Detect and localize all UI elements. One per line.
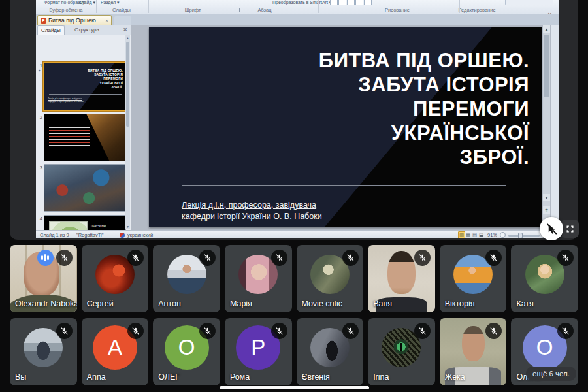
- mic-off-icon: [418, 327, 427, 335]
- ribbon-group-divider: [318, 0, 319, 13]
- participant-tile-сергей[interactable]: Сергей: [82, 245, 149, 312]
- subtitle-line2-underlined: кафедри історії України: [182, 212, 271, 221]
- participant-tile-movie-critic[interactable]: Movie critic: [297, 245, 364, 312]
- scroll-down-icon: ▼: [543, 194, 550, 201]
- section-button: Раздел ▾: [101, 0, 120, 5]
- participant-name: Антон: [158, 299, 181, 308]
- powerpoint-window: Формат по образцу слайд ▾ Раздел ▾ Преоб…: [36, 0, 559, 238]
- zoom-level: 91%: [487, 232, 497, 238]
- subtitle-line2-rest: О. В. Набоки: [271, 212, 322, 221]
- document-tab-bar: P Битва під Оршею ×: [36, 14, 559, 25]
- participant-name: Рома: [230, 372, 250, 382]
- mic-off-icon: [60, 253, 69, 262]
- participant-tile-olexandr-naboka[interactable]: Olexandr Naboka: [10, 245, 77, 312]
- mic-muted-badge: [342, 323, 359, 339]
- transition-star-icon: ✦: [38, 69, 41, 73]
- language-icon: [120, 233, 125, 238]
- pane-scroll-up-icon: ▲: [125, 36, 130, 40]
- participant-tile-катя[interactable]: Катя: [511, 245, 578, 312]
- mic-muted-badge: [271, 323, 287, 339]
- mic-off-icon: [489, 253, 498, 262]
- editing-group-button: [505, 0, 553, 5]
- participant-tile-вікторія[interactable]: Вікторія: [440, 245, 507, 312]
- ribbon-group-label-5: Редактирование: [458, 7, 495, 13]
- participant-name: Жека: [445, 372, 465, 382]
- slide-divider-line: [182, 185, 506, 186]
- slides-pane-tabs: Слайды Структура ✕: [36, 25, 131, 35]
- participant-tile-євгенія[interactable]: Євгенія: [297, 318, 364, 385]
- zoom-slider-thumb: [518, 233, 523, 238]
- avatar-letter: O: [536, 335, 553, 360]
- shape-gallery-item: [355, 0, 363, 5]
- ribbon-group-label-1: Слайды: [112, 7, 131, 13]
- mic-muted-badge: [342, 250, 359, 266]
- mic-muted-badge: [127, 250, 144, 266]
- slide-title-line: ЗБРОЇ.: [209, 145, 529, 169]
- status-bar: Слайд 1 из 9 "RegattavTi" украинский ▥ ▦…: [36, 230, 559, 238]
- participant-tile-олена[interactable]: OОленаещё 6 чел.: [511, 318, 578, 385]
- participant-tile-рома[interactable]: PРома: [225, 318, 292, 385]
- participant-name: Ваня: [373, 299, 392, 308]
- pane-scroll-down-icon: ▼: [125, 225, 130, 229]
- powerpoint-file-icon: P: [41, 18, 46, 24]
- dialog-launcher-icon: [455, 8, 459, 12]
- participant-tile-марія[interactable]: Марія: [225, 245, 292, 312]
- shape-gallery-item: [338, 0, 346, 5]
- shape-gallery-item: [330, 0, 338, 5]
- battle-painting: [44, 165, 125, 211]
- tab-slides: Слайды: [37, 25, 65, 35]
- normal-view-icon: ▥: [458, 231, 465, 238]
- participant-name: ОЛЕГ: [158, 372, 180, 382]
- mic-muted-badge: [199, 250, 216, 266]
- tab-outline: Структура: [71, 25, 103, 34]
- status-theme-name: "RegattavTi": [76, 232, 103, 238]
- mic-off-icon: [60, 327, 69, 335]
- audio-activity-indicator: [37, 250, 54, 266]
- status-language: украинский: [127, 232, 153, 238]
- avatar-letter: P: [251, 335, 265, 360]
- ribbon-group-label-0: Буфер обмена: [50, 7, 83, 13]
- document-tab: P Битва під Оршею ×: [37, 15, 112, 25]
- mic-muted-badge: [414, 250, 431, 266]
- mic-muted-badge: [56, 250, 73, 266]
- participant-tile-антон[interactable]: Антон: [153, 245, 220, 312]
- status-slide-info: Слайд 1 из 9: [40, 232, 69, 238]
- thumbnail-number: 1: [37, 63, 42, 69]
- fullscreen-icon: [566, 225, 574, 233]
- participant-tile-жека[interactable]: Жека: [440, 318, 507, 385]
- more-people-badge: ещё 6 чел.: [526, 367, 576, 381]
- fullscreen-button[interactable]: [561, 220, 579, 238]
- slide-title-line: УКРАЇНСЬКОЇ: [209, 121, 529, 145]
- mic-off-icon: [561, 253, 570, 262]
- mic-muted-badge: [127, 323, 144, 339]
- participant-name: Вікторія: [445, 299, 475, 308]
- participant-name: Євгенія: [302, 372, 330, 382]
- slide-subtitle: Лекція д.і.н, професора, завідувача кафе…: [182, 200, 322, 222]
- participant-tile-anna[interactable]: AAnna: [82, 318, 149, 385]
- thumbnail-number: 3: [37, 165, 42, 171]
- dialog-launcher-icon: [314, 8, 318, 12]
- previous-slide-icon: ⇈: [543, 206, 550, 214]
- pointer-disabled-button[interactable]: [540, 217, 563, 240]
- slide-thumbnail-2: [44, 114, 126, 161]
- participant-name: Olexandr Naboka: [15, 299, 77, 308]
- dialog-launcher-icon: [93, 8, 97, 12]
- mic-muted-badge: [199, 323, 216, 339]
- slides-pane: Слайды Структура ✕ 1✦БИТВА ПІД ОРШЕЮ.ЗАБ…: [36, 25, 131, 230]
- ribbon-group-divider: [521, 0, 521, 13]
- participant-tile-ваня[interactable]: Ваня: [368, 245, 435, 312]
- ribbon-group-label-2: Шрифт: [185, 7, 201, 13]
- participants-scrollbar[interactable]: [220, 386, 369, 389]
- participant-name: Марія: [230, 299, 252, 308]
- participant-name: Катя: [516, 299, 533, 308]
- dialog-launcher-icon: [236, 8, 240, 12]
- participant-name: Anna: [87, 372, 106, 382]
- slide-title-line: ПЕРЕМОГИ: [209, 97, 529, 121]
- mic-off-icon: [561, 327, 570, 335]
- mic-muted-badge: [485, 250, 502, 266]
- participant-tile-irina[interactable]: Irina: [368, 318, 435, 385]
- participant-tile-вы[interactable]: Вы: [10, 318, 77, 385]
- presentation-share-tile[interactable]: Формат по образцу слайд ▾ Раздел ▾ Преоб…: [10, 0, 578, 240]
- participant-tile-олег[interactable]: OОЛЕГ: [153, 318, 220, 385]
- document-tab-close-icon: ×: [105, 18, 108, 24]
